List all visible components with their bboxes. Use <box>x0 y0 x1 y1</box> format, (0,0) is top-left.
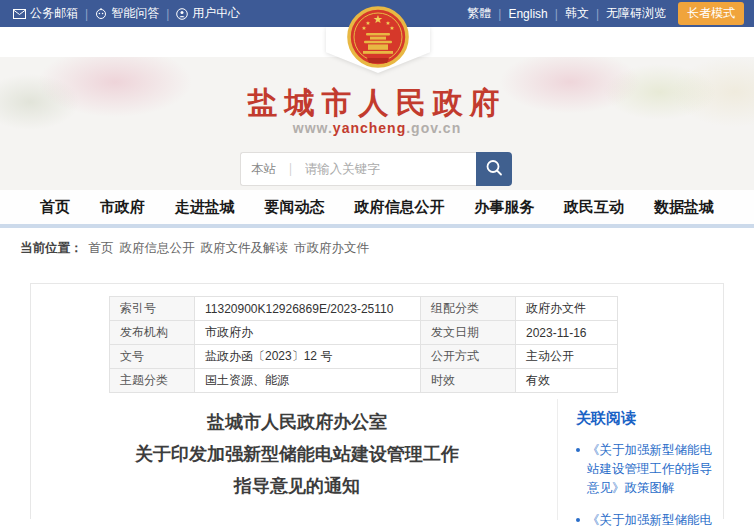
smart-qa-link-label: 智能问答 <box>111 5 159 22</box>
related-reading-list: 《关于加强新型储能电站建设管理工作的指导意见》政策图解 《关于加强新型储能电站建… <box>576 441 718 531</box>
site-banner: 盐城市人民政府 www.yancheng.gov.cn 本站 ｜ <box>0 57 754 190</box>
topbar-left-links: 公务邮箱 | 智能问答 | 用户中心 <box>13 5 240 22</box>
topbar-divider: | <box>498 7 501 21</box>
meta-label: 发文日期 <box>421 321 516 345</box>
nav-item[interactable]: 市政府 <box>100 198 145 217</box>
breadcrumb-link[interactable]: 政府文件及解读 <box>201 240 289 257</box>
bullet-icon <box>576 518 580 522</box>
elder-mode-button[interactable]: 长者模式 <box>678 2 744 25</box>
meta-value: 盐政办函〔2023〕12 号 <box>195 345 421 369</box>
language-links: 繁體 | English | 韩文 | 无障碍浏览 <box>467 5 666 22</box>
language-link[interactable]: 无障碍浏览 <box>606 5 666 22</box>
robot-icon <box>95 8 107 19</box>
search-bar: 本站 ｜ <box>240 152 512 186</box>
nav-item[interactable]: 首页 <box>40 198 70 217</box>
smart-qa-link[interactable]: 智能问答 <box>95 5 159 22</box>
search-scope-label[interactable]: 本站 <box>251 161 276 178</box>
bullet-icon <box>576 448 580 452</box>
table-row: 主题分类 国土资源、能源 时效 有效 <box>110 369 618 393</box>
meta-value: 政府办文件 <box>516 297 618 321</box>
topbar-right-links: 繁體 | English | 韩文 | 无障碍浏览 <box>467 2 744 25</box>
meta-label: 组配分类 <box>421 297 516 321</box>
meta-label: 发布机构 <box>110 321 195 345</box>
page: 公务邮箱 | 智能问答 | 用户中心 繁體 <box>0 0 754 531</box>
main-nav: 首页 市政府 走进盐城 要闻动态 政府信息公开 办事服务 政民互动 数据盐城 <box>0 190 754 228</box>
related-reading-link[interactable]: 《关于加强新型储能电站建设管理工作的指导意见》政策图解 <box>576 441 718 498</box>
document-meta-table: 索引号 11320900K12926869E/2023-25110 组配分类 政… <box>109 296 618 393</box>
breadcrumb: 当前位置： 首页 > 政府信息公开 > 政府文件及解读 > <box>20 240 369 257</box>
breadcrumb-items: 首页 > 政府信息公开 > 政府文件及解读 > 市政府办文件 > <box>89 240 370 257</box>
svg-text:★: ★ <box>390 25 395 31</box>
related-reading-sidebar: 关联阅读 《关于加强新型储能电站建设管理工作的指导意见》政策图解 《关于加强新型… <box>557 399 724 520</box>
topbar-divider: | <box>166 7 169 21</box>
language-link[interactable]: 繁體 <box>467 5 491 22</box>
meta-value: 国土资源、能源 <box>195 369 421 393</box>
search-box: 本站 ｜ <box>240 152 476 186</box>
search-divider: ｜ <box>284 160 297 178</box>
document-title-line: 关于印发加强新型储能电站建设管理工作 <box>51 438 543 470</box>
language-link[interactable]: 韩文 <box>565 5 589 22</box>
related-reading-link[interactable]: 《关于加强新型储能电站建设管理工作的指导意见》政策解读 <box>576 511 718 531</box>
meta-value: 主动公开 <box>516 345 618 369</box>
document-title-line: 指导意见的通知 <box>51 470 543 502</box>
topbar-divider: | <box>596 7 599 21</box>
table-row: 索引号 11320900K12926869E/2023-25110 组配分类 政… <box>110 297 618 321</box>
user-icon <box>176 8 188 20</box>
svg-text:★: ★ <box>373 13 383 26</box>
breadcrumb-prefix: 当前位置： <box>20 240 83 257</box>
document-content-panel: 索引号 11320900K12926869E/2023-25110 组配分类 政… <box>30 283 724 519</box>
national-emblem-icon: ★ ★ ★ ★ ★ <box>347 6 409 68</box>
meta-value: 有效 <box>516 369 618 393</box>
meta-value: 11320900K12926869E/2023-25110 <box>195 297 421 321</box>
nav-item[interactable]: 政府信息公开 <box>354 198 444 217</box>
related-reading-heading: 关联阅读 <box>576 409 718 428</box>
svg-text:★: ★ <box>362 25 367 31</box>
mail-link[interactable]: 公务邮箱 <box>13 5 78 22</box>
search-button[interactable] <box>476 152 512 186</box>
meta-label: 时效 <box>421 369 516 393</box>
language-link[interactable]: English <box>508 7 547 21</box>
magnifier-icon <box>484 158 504 181</box>
breadcrumb-link[interactable]: 市政府办文件 <box>294 240 369 257</box>
meta-value: 2023-11-16 <box>516 321 618 345</box>
meta-label: 索引号 <box>110 297 195 321</box>
search-input[interactable] <box>305 162 466 176</box>
topbar-divider: | <box>85 7 88 21</box>
document-title: 盐城市人民政府办公室 关于印发加强新型储能电站建设管理工作 指导意见的通知 <box>51 406 543 502</box>
breadcrumb-link[interactable]: 政府信息公开 <box>120 240 195 257</box>
nav-item[interactable]: 数据盐城 <box>654 198 714 217</box>
user-center-link-label: 用户中心 <box>192 5 240 22</box>
site-title: 盐城市人民政府 <box>0 83 754 124</box>
nav-item[interactable]: 办事服务 <box>474 198 534 217</box>
user-center-link[interactable]: 用户中心 <box>176 5 240 22</box>
site-url: www.yancheng.gov.cn <box>0 120 754 136</box>
nav-item[interactable]: 走进盐城 <box>175 198 235 217</box>
related-reading-link-label: 《关于加强新型储能电站建设管理工作的指导意见》政策图解 <box>587 441 718 498</box>
table-row: 发布机构 市政府办 发文日期 2023-11-16 <box>110 321 618 345</box>
topbar-divider: | <box>555 7 558 21</box>
mail-icon <box>13 9 26 19</box>
related-reading-link-label: 《关于加强新型储能电站建设管理工作的指导意见》政策解读 <box>587 511 718 531</box>
meta-label: 公开方式 <box>421 345 516 369</box>
nav-item[interactable]: 政民互动 <box>564 198 624 217</box>
nav-item[interactable]: 要闻动态 <box>265 198 325 217</box>
table-row: 文号 盐政办函〔2023〕12 号 公开方式 主动公开 <box>110 345 618 369</box>
meta-value: 市政府办 <box>195 321 421 345</box>
meta-label: 文号 <box>110 345 195 369</box>
document-title-line: 盐城市人民政府办公室 <box>51 406 543 438</box>
mail-link-label: 公务邮箱 <box>30 5 78 22</box>
meta-label: 主题分类 <box>110 369 195 393</box>
breadcrumb-link[interactable]: 首页 <box>89 240 114 257</box>
